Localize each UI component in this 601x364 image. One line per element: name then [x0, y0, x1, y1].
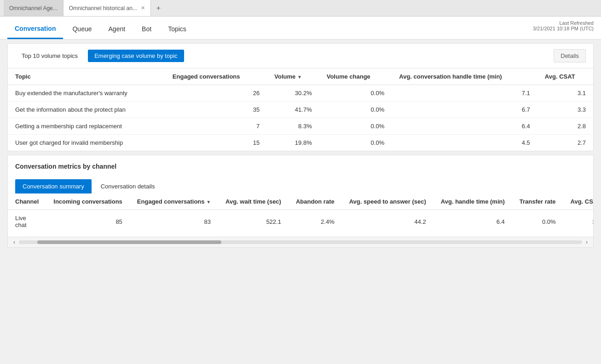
td-avg-csat: 2.7 — [537, 135, 593, 151]
scroll-track[interactable] — [19, 240, 582, 244]
browser-tab-2[interactable]: Omnichannel historical an... ✕ — [64, 0, 151, 16]
topics-section-card: Top 10 volume topics Emerging case volum… — [7, 43, 594, 151]
last-refreshed-value: 3/21/2021 10:18 PM (UTC) — [533, 26, 594, 31]
details-button[interactable]: Details — [554, 49, 586, 63]
emerging-case-volume-tab[interactable]: Emerging case volume by topic — [88, 50, 184, 62]
th-topic: Topic — [8, 68, 165, 85]
td-volume-change: 0.0% — [319, 118, 392, 135]
mth-avg-wait: Avg. wait time (sec) — [218, 193, 289, 210]
mth-avg-csat: Avg. CSAT — [563, 193, 593, 210]
mth-channel: Channel — [8, 193, 46, 210]
td-avg-csat: 2.8 — [537, 118, 593, 135]
td-incoming: 85 — [46, 210, 130, 233]
td-engaged: 7 — [165, 118, 267, 135]
td-engaged: 15 — [165, 135, 267, 151]
table-row: Getting a membership card replacement 7 … — [8, 118, 593, 135]
table-row: Live chat 85 83 522.1 2.4% 44.2 6.4 0.0%… — [8, 210, 593, 233]
metrics-table: Channel Incoming conversations Engaged c… — [8, 193, 593, 233]
table-row: User got charged for invalid membership … — [8, 135, 593, 151]
last-refreshed-block: Last Refreshed 3/21/2021 10:18 PM (UTC) — [533, 20, 594, 31]
mth-abandon: Abandon rate — [289, 193, 342, 210]
scroll-right-arrow[interactable]: › — [584, 239, 589, 245]
scroll-thumb[interactable] — [37, 240, 221, 244]
topics-tabs-row: Top 10 volume topics Emerging case volum… — [8, 44, 593, 68]
td-transfer-rate: 0.0% — [512, 210, 563, 233]
mth-engaged: Engaged conversations ▼ — [130, 193, 218, 210]
th-engaged: Engaged conversations — [165, 68, 267, 85]
browser-tab-bar: Omnichannel Age... Omnichannel historica… — [0, 0, 601, 17]
td-volume: 8.3% — [267, 118, 319, 135]
browser-tab-1[interactable]: Omnichannel Age... — [4, 0, 64, 16]
td-avg-speed: 44.2 — [342, 210, 433, 233]
th-volume: Volume ▼ — [267, 68, 319, 85]
main-content: Top 10 volume topics Emerging case volum… — [0, 40, 601, 364]
td-volume-change: 0.0% — [319, 85, 392, 102]
mth-incoming: Incoming conversations — [46, 193, 130, 210]
td-topic: Get the information about the protect pl… — [8, 102, 165, 118]
nav-tab-agent[interactable]: Agent — [101, 20, 133, 39]
nav-tab-conversation[interactable]: Conversation — [7, 19, 63, 39]
horizontal-scroll-bar[interactable]: ‹ › — [8, 237, 593, 247]
td-avg-wait: 522.1 — [218, 210, 289, 233]
browser-tab-2-close[interactable]: ✕ — [141, 5, 145, 11]
topics-tab-buttons: Top 10 volume topics Emerging case volum… — [15, 50, 184, 62]
volume-sort-icon: ▼ — [297, 74, 302, 80]
metrics-table-header-row: Channel Incoming conversations Engaged c… — [8, 193, 593, 210]
td-avg-handle: 7.1 — [392, 85, 537, 102]
th-avg-handle: Avg. conversation handle time (min) — [392, 68, 537, 85]
td-avg-csat: 3.1 — [563, 210, 593, 233]
nav-tab-topics[interactable]: Topics — [161, 20, 194, 39]
td-avg-csat: 3.1 — [537, 85, 593, 102]
top-10-volume-tab[interactable]: Top 10 volume topics — [15, 50, 84, 62]
td-engaged: 26 — [165, 85, 267, 102]
td-volume: 19.8% — [267, 135, 319, 151]
nav-tab-bot[interactable]: Bot — [134, 20, 159, 39]
td-avg-csat: 3.3 — [537, 102, 593, 118]
last-refreshed-label: Last Refreshed — [533, 20, 594, 26]
topics-table-header-row: Topic Engaged conversations Volume ▼ Vol… — [8, 68, 593, 85]
conversation-summary-tab[interactable]: Conversation summary — [15, 179, 92, 193]
metrics-section-card: Conversation metrics by channel Conversa… — [7, 155, 594, 248]
td-avg-handle: 6.4 — [433, 210, 512, 233]
mth-transfer: Transfer rate — [512, 193, 563, 210]
th-avg-csat: Avg. CSAT — [537, 68, 593, 85]
td-topic: Getting a membership card replacement — [8, 118, 165, 135]
td-topic: Buy extended the manufacturer's warranty — [8, 85, 165, 102]
engaged-sort-icon: ▼ — [206, 199, 211, 205]
table-row: Buy extended the manufacturer's warranty… — [8, 85, 593, 102]
th-volume-change: Volume change — [319, 68, 392, 85]
td-topic: User got charged for invalid membership — [8, 135, 165, 151]
td-engaged: 83 — [130, 210, 218, 233]
metrics-section-title: Conversation metrics by channel — [8, 155, 593, 176]
td-volume-change: 0.0% — [319, 135, 392, 151]
td-volume: 30.2% — [267, 85, 319, 102]
browser-tab-2-label: Omnichannel historical an... — [69, 5, 137, 11]
app-nav-bar: Conversation Queue Agent Bot Topics Last… — [0, 17, 601, 40]
td-volume: 41.7% — [267, 102, 319, 118]
table-row: Get the information about the protect pl… — [8, 102, 593, 118]
scroll-left-arrow[interactable]: ‹ — [12, 239, 17, 245]
td-avg-handle: 6.7 — [392, 102, 537, 118]
td-avg-handle: 4.5 — [392, 135, 537, 151]
conversation-details-tab[interactable]: Conversation details — [93, 179, 162, 193]
td-volume-change: 0.0% — [319, 102, 392, 118]
td-engaged: 35 — [165, 102, 267, 118]
metrics-sub-tabs-row: Conversation summary Conversation detail… — [8, 176, 593, 193]
new-tab-button[interactable]: + — [153, 4, 164, 12]
browser-tab-1-label: Omnichannel Age... — [9, 5, 58, 11]
td-abandon-rate: 2.4% — [289, 210, 342, 233]
mth-avg-speed: Avg. speed to answer (sec) — [342, 193, 433, 210]
td-avg-handle: 6.4 — [392, 118, 537, 135]
td-channel: Live chat — [8, 210, 46, 233]
mth-avg-handle: Avg. handle time (min) — [433, 193, 512, 210]
nav-tab-queue[interactable]: Queue — [65, 20, 99, 39]
topics-table: Topic Engaged conversations Volume ▼ Vol… — [8, 68, 593, 151]
